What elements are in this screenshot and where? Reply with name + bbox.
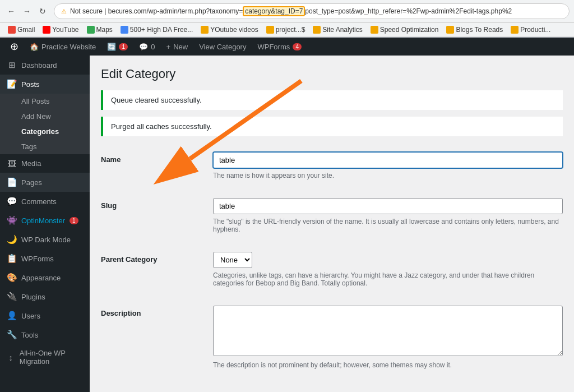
parent-field: None Categories, unlike tags, can have a… [213, 252, 563, 287]
bookmark-speed-optimization[interactable]: Speed Optimization [367, 25, 442, 35]
comments-count: 0 [151, 43, 155, 51]
parent-select[interactable]: None [213, 252, 252, 268]
sidebar-item-tools[interactable]: 🔧 Tools [0, 325, 90, 344]
bookmark-blogs-label: Blogs To Reads [456, 26, 503, 34]
appearance-icon: 🎨 [7, 273, 17, 283]
tools-icon: 🔧 [7, 330, 17, 340]
sidebar-item-dashboard[interactable]: ⊞ Dashboard [0, 56, 90, 75]
sidebar-item-optinmonster[interactable]: 👾 OptinMonster 1 [0, 211, 90, 230]
bookmarks-bar: Gmail YouTube Maps 500+ High DA Free... … [0, 23, 574, 37]
view-category-label: View Category [199, 43, 246, 51]
bookmark-gmail[interactable]: Gmail [4, 25, 38, 35]
view-category-bar-item[interactable]: View Category [193, 38, 252, 56]
optinmonster-badge: 1 [70, 217, 78, 224]
sidebar-menu: ⊞ Dashboard 📝 Posts All Posts Add New Ca… [0, 56, 90, 370]
wp-main-content: Edit Category Queue cleared successfully… [90, 56, 574, 392]
back-button[interactable]: ← [4, 4, 18, 18]
sidebar-plugins-label: Plugins [21, 293, 45, 301]
bookmark-youtube[interactable]: YouTube [39, 25, 82, 35]
folder-icon [266, 26, 274, 34]
pages-icon: 📄 [7, 177, 17, 187]
new-label: New [173, 43, 188, 51]
sidebar-allinone-label: All-in-One WP Migration [20, 349, 83, 366]
bookmark-maps-label: Maps [96, 26, 113, 34]
bookmark-producti-label: Producti... [520, 26, 550, 34]
comments-icon: 💬 [139, 43, 148, 51]
name-label: Name [101, 152, 202, 164]
sidebar-item-plugins[interactable]: 🔌 Plugins [0, 287, 90, 306]
folder-icon [511, 26, 519, 34]
bookmark-speed-optimization-label: Speed Optimization [380, 26, 439, 34]
bookmark-maps[interactable]: Maps [84, 25, 116, 35]
wpforms-sidebar-icon: 📋 [7, 253, 17, 264]
wpforms-badge: 4 [293, 43, 302, 50]
sidebar-item-pages[interactable]: 📄 Pages All Pages Add New [0, 173, 90, 192]
dashboard-icon: ⊞ [7, 60, 17, 70]
users-icon: 👤 [7, 311, 17, 321]
bookmark-producti[interactable]: Producti... [507, 25, 554, 35]
sidebar-item-add-new[interactable]: Add New [0, 109, 90, 124]
sidebar-item-categories[interactable]: Categories [0, 124, 90, 139]
browser-chrome: ← → ↻ ⚠ Not secure | becures.com/wp-admi… [0, 0, 574, 38]
forward-button[interactable]: → [20, 4, 34, 18]
folder-icon [201, 26, 209, 34]
name-field: The name is how it appears on your site. [213, 152, 563, 179]
sidebar-item-comments[interactable]: 💬 Comments [0, 192, 90, 211]
form-row-description: Description The description is not promi… [101, 297, 563, 379]
wp-layout: ⊞ Dashboard 📝 Posts All Posts Add New Ca… [0, 56, 574, 392]
browser-toolbar: ← → ↻ ⚠ Not secure | becures.com/wp-admi… [0, 0, 574, 23]
wpforms-bar-item[interactable]: WPForms 4 [252, 38, 307, 56]
address-bar[interactable]: ⚠ Not secure | becures.com/wp-admin/term… [54, 3, 570, 19]
sidebar-item-wpforms[interactable]: 📋 WPForms [0, 249, 90, 268]
name-input[interactable] [213, 152, 563, 168]
site-name-bar-item[interactable]: 🏠 Practice Website [24, 38, 101, 56]
bookmark-gmail-label: Gmail [17, 26, 35, 34]
sidebar-item-allinone[interactable]: ↕ All-in-One WP Migration [0, 344, 90, 370]
sidebar-users-label: Users [21, 312, 40, 320]
name-description: The name is how it appears on your site. [213, 172, 563, 179]
sidebar-item-all-posts[interactable]: All Posts [0, 94, 90, 109]
updates-icon: 🔄 [107, 43, 116, 51]
bookmark-site-analytics[interactable]: Site Analytics [309, 25, 365, 35]
slug-input[interactable] [213, 198, 563, 214]
sidebar-item-tags[interactable]: Tags [0, 139, 90, 154]
slug-description: The "slug" is the URL-friendly version o… [213, 218, 563, 233]
sidebar-item-appearance[interactable]: 🎨 Appearance [0, 268, 90, 287]
sidebar-dashboard-label: Dashboard [21, 61, 57, 70]
sidebar-item-posts[interactable]: 📝 Posts [0, 75, 90, 94]
sidebar-item-media[interactable]: 🖼 Media [0, 154, 90, 173]
page-title: Edit Category [101, 67, 563, 81]
comments-bar-item[interactable]: 💬 0 [133, 38, 160, 56]
folder-icon [313, 26, 321, 34]
folder-icon [446, 26, 454, 34]
wp-sidebar: ⊞ Dashboard 📝 Posts All Posts Add New Ca… [0, 56, 90, 392]
sidebar-item-wp-dark-mode[interactable]: 🌙 WP Dark Mode [0, 230, 90, 249]
bookmark-500[interactable]: 500+ High DA Free... [117, 25, 196, 35]
form-row-slug: Slug The "slug" is the URL-friendly vers… [101, 189, 563, 243]
home-icon: 🏠 [30, 43, 39, 51]
bookmark-youtube-videos[interactable]: YOutube videos [197, 25, 261, 35]
slug-label: Slug [101, 198, 202, 210]
sidebar-posts-label: Posts [21, 80, 40, 89]
wp-logo: ⊕ [4, 40, 24, 53]
sidebar-item-users[interactable]: 👤 Users [0, 306, 90, 325]
site-name: Practice Website [41, 43, 96, 51]
bookmark-blogs[interactable]: Blogs To Reads [443, 25, 506, 35]
refresh-button[interactable]: ↻ [36, 4, 49, 18]
posts-submenu: All Posts Add New Categories Tags [0, 94, 90, 154]
bookmark-500-label: 500+ High DA Free... [130, 26, 193, 34]
form-row-name: Name The name is how it appears on your … [101, 143, 563, 189]
bookmark-project-label: project...$ [276, 26, 305, 34]
new-bar-item[interactable]: + New [161, 38, 194, 56]
gmail-icon [8, 26, 16, 34]
sidebar-tools-label: Tools [21, 331, 38, 339]
updates-bar-item[interactable]: 🔄 1 [101, 38, 133, 56]
bookmark-youtube-videos-label: YOutube videos [210, 26, 258, 34]
description-textarea[interactable] [213, 306, 563, 356]
sidebar-optinmonster-label: OptinMonster [21, 216, 65, 225]
bookmark-project[interactable]: project...$ [263, 25, 309, 35]
parent-label: Parent Category [101, 252, 202, 264]
sidebar-wpforms-label: WPForms [21, 255, 54, 263]
wpforms-label: WPForms [257, 43, 290, 51]
parent-description: Categories, unlike tags, can have a hier… [213, 271, 563, 287]
